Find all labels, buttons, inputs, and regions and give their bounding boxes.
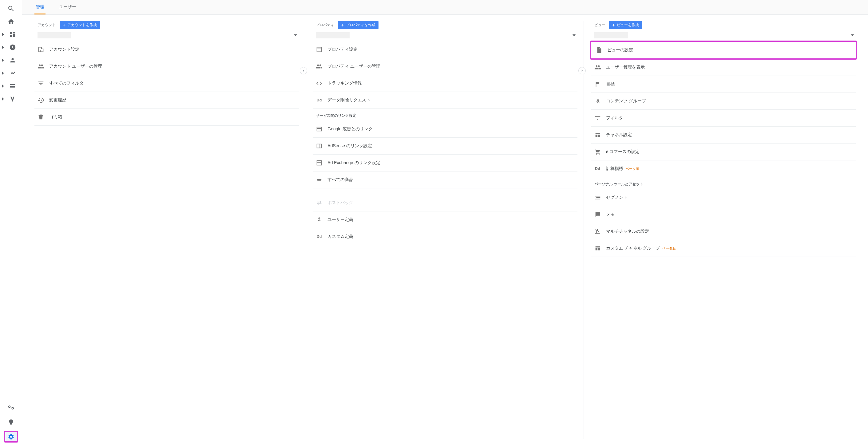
menu-label: メモ bbox=[606, 212, 852, 217]
filter-icon bbox=[594, 115, 601, 121]
create-property-label: プロパティを作成 bbox=[346, 23, 375, 28]
create-account-label: アカウントを作成 bbox=[67, 23, 97, 28]
goals-item[interactable]: 目標 bbox=[591, 76, 856, 93]
realtime-icon[interactable] bbox=[5, 41, 20, 54]
account-selector[interactable] bbox=[34, 30, 299, 41]
content-groups-item[interactable]: コンテンツ グループ bbox=[591, 93, 856, 110]
left-sidebar bbox=[0, 0, 22, 445]
account-settings-item[interactable]: アカウント設定 bbox=[34, 41, 299, 58]
create-view-button[interactable]: + ビューを作成 bbox=[609, 21, 642, 29]
expand-caret-icon[interactable] bbox=[2, 85, 4, 88]
calculated-metrics-item[interactable]: Dd 計算指標 ベータ版 bbox=[591, 160, 856, 177]
building-icon bbox=[37, 46, 44, 53]
view-filters-item[interactable]: フィルタ bbox=[591, 110, 856, 127]
dd-icon: Dd bbox=[316, 97, 322, 103]
admin-gear-icon[interactable] bbox=[8, 433, 14, 440]
menu-label: すべてのフィルタ bbox=[49, 81, 296, 86]
expand-caret-icon[interactable] bbox=[2, 72, 4, 75]
trash-icon bbox=[37, 114, 44, 121]
column-nav-circle[interactable] bbox=[300, 67, 307, 74]
menu-label: 目標 bbox=[606, 82, 852, 87]
cart-icon bbox=[594, 149, 601, 155]
multichannel-item[interactable]: マルチチャネルの設定 bbox=[591, 223, 856, 240]
beta-badge: ベータ版 bbox=[626, 167, 639, 170]
account-history-item[interactable]: 変更履歴 bbox=[34, 92, 299, 109]
menu-label: カスタム チャネル グループ ベータ版 bbox=[606, 246, 852, 251]
property-selector-value bbox=[316, 32, 350, 38]
account-selector-value bbox=[37, 32, 71, 38]
filter-icon bbox=[37, 80, 44, 87]
create-account-button[interactable]: + アカウントを作成 bbox=[60, 21, 100, 29]
channel-settings-item[interactable]: チャネル設定 bbox=[591, 127, 856, 144]
note-icon bbox=[594, 211, 601, 218]
ecommerce-settings-item[interactable]: e コマースの設定 bbox=[591, 144, 856, 160]
all-products-item[interactable]: すべての商品 bbox=[313, 171, 577, 188]
view-selector[interactable] bbox=[591, 30, 856, 41]
search-icon[interactable] bbox=[4, 2, 19, 15]
property-selector[interactable] bbox=[313, 30, 577, 41]
account-column: アカウント + アカウントを作成 アカウント設定 bbox=[34, 21, 299, 439]
discover-icon[interactable] bbox=[4, 416, 19, 428]
acquisition-icon[interactable] bbox=[5, 67, 20, 79]
view-selector-value bbox=[594, 32, 628, 38]
code-icon bbox=[316, 80, 322, 87]
menu-label: チャネル設定 bbox=[606, 132, 852, 138]
custom-channel-group-item[interactable]: カスタム チャネル グループ ベータ版 bbox=[591, 240, 856, 257]
plus-icon: + bbox=[63, 23, 65, 28]
menu-label: ユーザー管理を表示 bbox=[606, 65, 852, 70]
menu-label: カスタム定義 bbox=[328, 234, 574, 240]
adsense-link-item[interactable]: AdSense のリンク設定 bbox=[313, 138, 577, 155]
menu-label: プロパティ設定 bbox=[328, 47, 574, 52]
account-users-item[interactable]: アカウント ユーザーの管理 bbox=[34, 58, 299, 75]
custom-defined-item[interactable]: Dd カスタム定義 bbox=[313, 228, 577, 245]
link-section-label: サービス間のリンク設定 bbox=[313, 109, 577, 121]
dropdown-caret-icon bbox=[572, 34, 576, 36]
attribution-icon[interactable] bbox=[4, 401, 19, 414]
users-icon bbox=[37, 63, 44, 70]
dashboard-icon[interactable] bbox=[5, 28, 20, 40]
beta-badge: ベータ版 bbox=[662, 247, 676, 250]
expand-caret-icon[interactable] bbox=[2, 33, 4, 36]
home-icon[interactable] bbox=[4, 15, 19, 28]
google-ads-link-item[interactable]: Google 広告とのリンク bbox=[313, 121, 577, 138]
property-users-item[interactable]: プロパティ ユーザーの管理 bbox=[313, 58, 577, 75]
menu-label: セグメント bbox=[606, 195, 852, 200]
menu-label: ユーザー定義 bbox=[328, 217, 574, 222]
menu-label: e コマースの設定 bbox=[606, 149, 852, 155]
channel-icon bbox=[594, 131, 601, 138]
conversions-icon[interactable] bbox=[5, 93, 20, 105]
tracking-info-item[interactable]: トラッキング情報 bbox=[313, 75, 577, 92]
view-users-item[interactable]: ユーザー管理を表示 bbox=[591, 59, 856, 76]
expand-caret-icon[interactable] bbox=[2, 46, 4, 49]
menu-label: プロパティ ユーザーの管理 bbox=[328, 64, 574, 69]
menu-label: ポストバック bbox=[328, 200, 574, 205]
audience-icon[interactable] bbox=[5, 54, 20, 66]
layout-icon bbox=[316, 46, 322, 53]
property-settings-item[interactable]: プロパティ設定 bbox=[313, 41, 577, 58]
user-defined-item[interactable]: ユーザー定義 bbox=[313, 212, 577, 228]
history-icon bbox=[37, 97, 44, 103]
account-trash-item[interactable]: ゴミ箱 bbox=[34, 109, 299, 126]
flag-icon bbox=[594, 81, 601, 88]
calc-metrics-text: 計算指標 bbox=[606, 166, 623, 171]
personal-section-label: パーソナル ツールとアセット bbox=[591, 177, 856, 189]
column-nav-circle[interactable] bbox=[578, 67, 586, 74]
adexchange-link-item[interactable]: Ad Exchange のリンク設定 bbox=[313, 155, 577, 171]
segments-item[interactable]: セグメント bbox=[591, 189, 856, 206]
expand-caret-icon[interactable] bbox=[2, 97, 4, 100]
plus-icon: + bbox=[341, 23, 344, 28]
bar-chart-icon bbox=[594, 228, 601, 235]
branch-icon bbox=[316, 216, 322, 223]
annotations-item[interactable]: メモ bbox=[591, 206, 856, 223]
behavior-icon[interactable] bbox=[5, 80, 20, 92]
view-settings-item[interactable]: ビューの設定 bbox=[592, 42, 855, 58]
data-deletion-item[interactable]: Dd データ削除リクエスト bbox=[313, 92, 577, 109]
property-column: プロパティ + プロパティを作成 プロパティ設定 bbox=[305, 21, 577, 439]
account-filters-item[interactable]: すべてのフィルタ bbox=[34, 75, 299, 92]
create-property-button[interactable]: + プロパティを作成 bbox=[338, 21, 378, 29]
expand-caret-icon[interactable] bbox=[2, 59, 4, 62]
link-icon bbox=[316, 177, 322, 183]
menu-label: すべての商品 bbox=[328, 177, 574, 183]
tab-admin[interactable]: 管理 bbox=[34, 0, 45, 14]
tab-user[interactable]: ユーザー bbox=[58, 0, 78, 14]
